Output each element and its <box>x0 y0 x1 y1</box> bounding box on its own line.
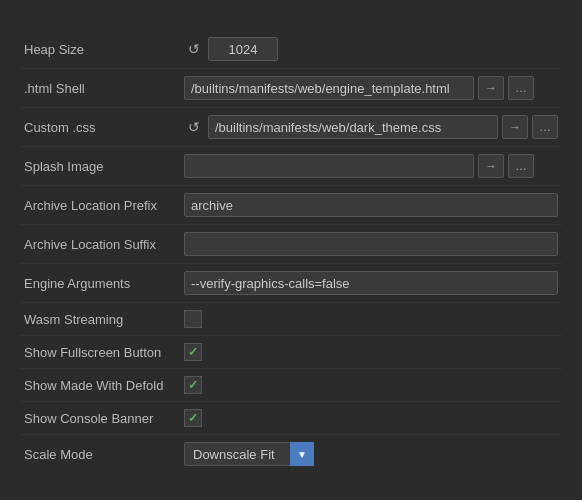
text-input[interactable] <box>184 271 558 295</box>
reset-button[interactable]: ↺ <box>184 39 204 59</box>
field-label: Wasm Streaming <box>20 303 180 336</box>
table-row: Scale Mode Downscale FitFitStretchNo Sca… <box>20 435 562 474</box>
field-label: Show Fullscreen Button <box>20 336 180 369</box>
check-icon: ✓ <box>188 378 198 392</box>
table-row: Splash Image → … <box>20 147 562 186</box>
checkbox[interactable]: ✓ <box>184 376 202 394</box>
table-row: Archive Location Suffix <box>20 225 562 264</box>
more-button[interactable]: … <box>508 76 534 100</box>
table-row: Archive Location Prefix <box>20 186 562 225</box>
table-row: Heap Size ↺ <box>20 30 562 69</box>
text-input[interactable] <box>184 76 474 100</box>
field-label: Splash Image <box>20 147 180 186</box>
check-icon: ✓ <box>188 345 198 359</box>
checkbox[interactable]: ✓ <box>184 343 202 361</box>
text-input[interactable] <box>184 154 474 178</box>
table-row: Wasm Streaming <box>20 303 562 336</box>
table-row: Custom .css ↺ → … <box>20 108 562 147</box>
checkbox[interactable]: ✓ <box>184 409 202 427</box>
settings-page: Heap Size ↺ .html Shell → … Custom .css … <box>0 0 582 489</box>
more-button[interactable]: … <box>532 115 558 139</box>
table-row: .html Shell → … <box>20 69 562 108</box>
scale-mode-select[interactable]: Downscale FitFitStretchNo Scale <box>184 442 314 466</box>
field-label: Archive Location Prefix <box>20 186 180 225</box>
field-label: Scale Mode <box>20 435 180 474</box>
navigate-button[interactable]: → <box>502 115 528 139</box>
field-label: Heap Size <box>20 30 180 69</box>
table-row: Show Fullscreen Button ✓ <box>20 336 562 369</box>
heap-size-input[interactable] <box>208 37 278 61</box>
field-label: Show Console Banner <box>20 402 180 435</box>
settings-table: Heap Size ↺ .html Shell → … Custom .css … <box>20 30 562 473</box>
check-icon: ✓ <box>188 411 198 425</box>
reset-button[interactable]: ↺ <box>184 117 204 137</box>
field-label: Engine Arguments <box>20 264 180 303</box>
field-label: Archive Location Suffix <box>20 225 180 264</box>
navigate-button[interactable]: → <box>478 154 504 178</box>
select-wrapper: Downscale FitFitStretchNo Scale ▼ <box>184 442 314 466</box>
table-row: Show Made With Defold ✓ <box>20 369 562 402</box>
field-label: .html Shell <box>20 69 180 108</box>
checkbox[interactable] <box>184 310 202 328</box>
field-label: Show Made With Defold <box>20 369 180 402</box>
table-row: Show Console Banner ✓ <box>20 402 562 435</box>
field-label: Custom .css <box>20 108 180 147</box>
text-input[interactable] <box>184 193 558 217</box>
more-button[interactable]: … <box>508 154 534 178</box>
text-input[interactable] <box>208 115 498 139</box>
table-row: Engine Arguments <box>20 264 562 303</box>
text-input[interactable] <box>184 232 558 256</box>
navigate-button[interactable]: → <box>478 76 504 100</box>
